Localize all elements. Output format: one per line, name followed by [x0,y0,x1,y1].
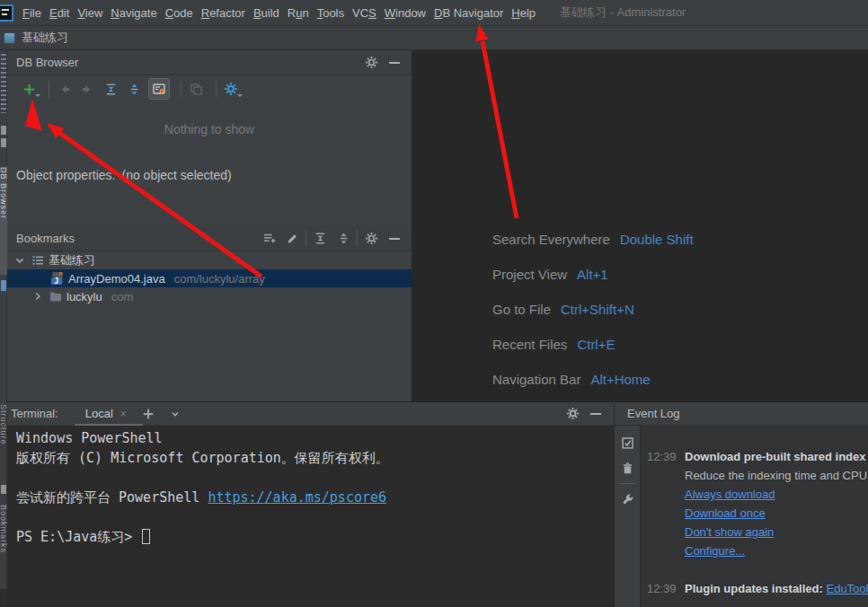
editor-area: Search EverywhereDouble ShiftProject Vie… [413,50,868,401]
db-settings-button[interactable] [222,80,240,98]
menu-items: FileEditViewNavigateCodeRefactorBuildRun… [22,6,544,20]
terminal-dropdown-icon[interactable] [166,405,184,423]
shortcut-label: Go to File [492,302,551,317]
stripe-label-clipped[interactable] [1,54,6,113]
bookmarks-title: Bookmarks [16,232,253,245]
add-connection-button[interactable] [20,80,38,98]
forward-button[interactable] [78,80,96,98]
db-browser-hide-button[interactable] [386,55,403,71]
bookmarks-expand-all-button[interactable] [312,231,328,247]
edit-bookmark-button[interactable] [284,231,300,247]
terminal-output: Windows PowerShell版权所有 (C) Microsoft Cor… [7,426,614,607]
db-browser-toolbar [7,75,412,102]
log-settings-button[interactable] [615,489,641,509]
app-logo-icon [0,4,13,22]
chevron-down-icon[interactable] [13,253,27,268]
collapse-all-button[interactable] [125,80,143,98]
stripe-icon[interactable] [1,280,6,291]
terminal-line: 尝试新的跨平台 PowerShell https://aka.ms/pscore… [16,489,386,506]
menu-file[interactable]: File [22,6,41,20]
bookmark-path: com/luckylu/array [174,272,265,286]
menu-help[interactable]: Help [511,6,536,20]
event-log-entry: 12:39Plugin updates installed: EduTools [641,582,868,595]
terminal-line: PS E:\Java练习> [16,529,150,546]
terminal-line: Windows PowerShell [16,430,163,446]
menu-run[interactable]: Run [288,6,309,20]
bookmark-row-arraydemo04-java[interactable]: JArrayDemo04.javacom/luckylu/array [7,269,412,287]
terminal-tab-local[interactable]: Local × [82,402,130,426]
stripe-icon[interactable] [1,485,6,494]
event-time: 12:39 [647,582,677,595]
bookmark-label: luckylu [66,290,102,304]
expand-all-button[interactable] [102,80,120,98]
event-time: 12:39 [647,450,677,463]
terminal-settings-button[interactable] [563,405,581,423]
java-icon: J [50,271,65,286]
copy-button[interactable] [187,80,205,98]
svg-text:J: J [55,277,59,286]
bookmark-row--[interactable]: 基础练习 [7,251,412,269]
mark-all-read-button[interactable] [615,433,641,453]
terminal-cursor [142,529,150,544]
bookmarks-settings-button[interactable] [363,231,379,247]
shortcut-label: Recent Files [492,337,567,352]
chevron-right-icon[interactable] [31,289,45,304]
stripe-bookmarks[interactable]: Bookmarks [0,505,7,585]
menu-edit[interactable]: Edit [49,6,69,20]
shortcut-keys: Ctrl+E [577,337,615,352]
menu-vcs[interactable]: VCS [352,6,376,20]
empty-tree-message: Nothing to show [7,122,412,136]
menu-db-navigator[interactable]: DB Navigator [434,6,503,20]
back-button[interactable] [55,80,73,98]
stripe-segment[interactable] [0,589,7,607]
menu-bar: FileEditViewNavigateCodeRefactorBuildRun… [0,0,868,26]
bookmark-label: ArrayDemo04.java [68,272,165,286]
bookmark-path: com [111,290,134,304]
stripe-icon[interactable] [1,126,6,135]
terminal-line: 版权所有 (C) Microsoft Corporation。保留所有权利。 [16,450,389,467]
db-browser-settings-button[interactable] [363,55,379,71]
stripe-structure[interactable]: Structure [0,404,7,479]
menu-window[interactable]: Window [385,6,426,20]
terminal-link[interactable]: https://aka.ms/pscore6 [208,489,386,506]
event-link-configure-[interactable]: Configure... [685,544,775,563]
menu-refactor[interactable]: Refactor [201,6,245,20]
shortcut-hint-row: Search EverywhereDouble Shift [492,232,694,247]
menu-code[interactable]: Code [165,6,193,20]
event-link[interactable]: EduTools [826,582,868,595]
shortcut-keys: Ctrl+Shift+N [561,302,634,317]
breadcrumb-project[interactable]: 基础练习 [22,30,68,46]
panel-splitter[interactable] [412,50,413,401]
object-properties-toggle[interactable] [148,78,170,100]
shortcut-keys: Alt+Home [590,372,650,387]
bookmarks-hide-button[interactable] [386,231,403,247]
terminal-header: Terminal: Local × [7,402,614,426]
terminal-hide-button[interactable] [587,405,605,423]
event-log-panel: Event Log 12:39Download pre-built shared… [614,401,868,607]
bookmark-label: 基础练习 [49,252,95,268]
event-link-always-download[interactable]: Always download [685,488,775,506]
clear-log-button[interactable] [615,458,641,478]
event-link-don-t-show-again[interactable]: Don't show again [685,525,775,544]
close-tab-icon[interactable]: × [120,408,127,420]
menu-tools[interactable]: Tools [317,6,344,20]
shortcut-keys: Double Shift [620,232,694,247]
menu-build[interactable]: Build [253,6,279,20]
event-log-header: Event Log [615,402,868,426]
new-terminal-button[interactable] [139,405,157,423]
shortcut-hint-row: Project ViewAlt+1 [492,267,608,282]
terminal-label: Terminal: [11,407,58,420]
bookmark-row-luckylu[interactable]: luckylucom [7,287,412,305]
event-link-download-once[interactable]: Download once [685,506,775,525]
event-log-entries: 12:39Download pre-built shared indexRedu… [641,426,868,607]
shortcut-keys: Alt+1 [577,267,608,282]
add-bookmark-list-button[interactable] [261,231,277,247]
bookmarks-collapse-all-button[interactable] [335,231,351,247]
stripe-db-browser[interactable]: DB Browser [0,167,7,275]
shortcut-label: Navigation Bar [492,372,580,387]
shortcut-label: Search Everywhere [492,232,610,247]
event-title: Plugin updates installed: [685,582,823,595]
menu-view[interactable]: View [77,6,102,20]
stripe-icon[interactable] [1,138,6,147]
menu-navigate[interactable]: Navigate [111,6,156,20]
